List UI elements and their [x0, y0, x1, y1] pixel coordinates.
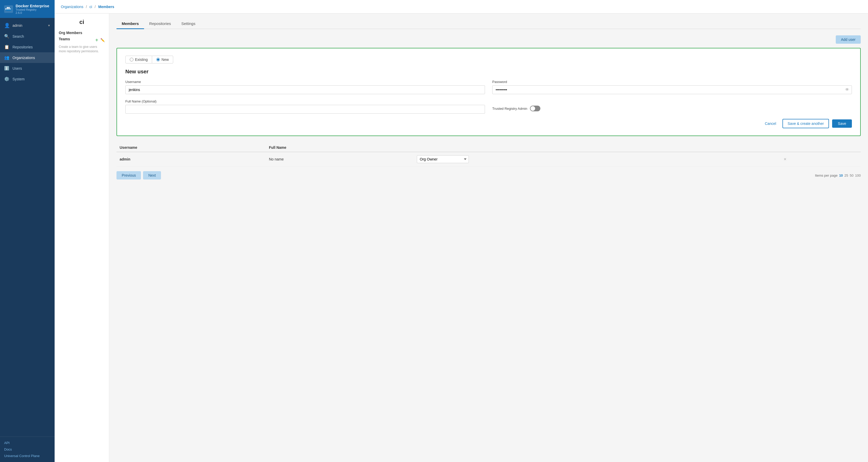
items-per-page-100[interactable]: 100 [855, 174, 861, 177]
right-panel: Members Repositories Settings Add user E… [109, 13, 868, 462]
password-label: Password [492, 80, 852, 84]
tab-repositories[interactable]: Repositories [144, 19, 176, 29]
teams-label: Teams [59, 37, 70, 41]
new-user-form: Existing New New user Username Password [117, 48, 861, 136]
svg-rect-4 [7, 7, 8, 8]
items-per-page-25[interactable]: 25 [844, 174, 848, 177]
registry-admin-group: Trusted Registry Admin [492, 99, 852, 114]
cell-remove: × [779, 152, 861, 166]
members-table: Username Full Name adminNo nameOrg Owner… [117, 143, 861, 166]
sidebar-item-label-repositories: Repositories [12, 45, 33, 49]
registry-admin-label: Trusted Registry Admin [492, 107, 527, 111]
docs-link[interactable]: Docs [4, 448, 51, 451]
organizations-icon: 👥 [4, 55, 9, 60]
org-name-heading: ci [59, 19, 105, 26]
sidebar: Docker Enterprise Trusted Registry 2.6.0… [0, 0, 55, 462]
password-input[interactable] [492, 85, 852, 94]
items-per-page-10[interactable]: 10 [839, 174, 843, 177]
table-row: adminNo nameOrg OwnerMember× [117, 152, 861, 166]
sidebar-item-search[interactable]: 🔍 Search [0, 31, 55, 42]
brand-sub1: Trusted Registry [16, 8, 49, 11]
edit-team-button[interactable]: ✏️ [100, 38, 105, 42]
members-tbody: adminNo nameOrg OwnerMember× [117, 152, 861, 166]
brand-sub2: 2.6.0 [16, 11, 49, 14]
sidebar-user-row[interactable]: 👤 admin ▼ [0, 20, 55, 31]
add-user-button[interactable]: Add user [836, 35, 861, 44]
password-eye-icon[interactable]: 👁 [845, 87, 849, 92]
breadcrumb-current: Members [98, 5, 114, 9]
form-title: New user [125, 69, 852, 75]
col-actions [779, 143, 861, 152]
teams-hint: Create a team to give users more reposit… [59, 45, 105, 54]
tab-settings[interactable]: Settings [176, 19, 200, 29]
org-members-label: Org Members [59, 31, 105, 35]
sidebar-item-label-organizations: Organizations [12, 56, 35, 60]
fullname-input[interactable] [125, 105, 485, 114]
username-input[interactable] [125, 85, 485, 94]
radio-new-label: New [161, 58, 169, 62]
breadcrumb: Organizations / ci / Members [61, 5, 114, 9]
breadcrumb-organizations[interactable]: Organizations [61, 5, 83, 9]
org-panel: ci Org Members Teams + ✏️ Create a team … [55, 13, 109, 462]
cell-fullname: No name [266, 152, 414, 166]
sidebar-item-label-search: Search [12, 34, 24, 38]
svg-rect-5 [8, 7, 10, 8]
next-button[interactable]: Next [143, 171, 161, 180]
form-row-2: Full Name (Optional) Trusted Registry Ad… [125, 99, 852, 114]
tabs: Members Repositories Settings [117, 19, 861, 29]
breadcrumb-sep1: / [86, 5, 87, 9]
breadcrumb-ci[interactable]: ci [89, 5, 92, 9]
fullname-group: Full Name (Optional) [125, 99, 485, 114]
fullname-label: Full Name (Optional) [125, 99, 485, 103]
items-per-page-label: Items per page [815, 174, 838, 177]
sidebar-nav: 👤 admin ▼ 🔍 Search 📋 Repositories 👥 Orga… [0, 18, 55, 436]
registry-admin-toggle[interactable] [530, 105, 540, 111]
brand-text: Docker Enterprise Trusted Registry 2.6.0 [16, 4, 49, 14]
radio-new[interactable]: New [152, 56, 173, 63]
add-team-button[interactable]: + [95, 37, 98, 43]
toggle-row: Trusted Registry Admin [492, 105, 852, 111]
cell-role: Org OwnerMember [414, 152, 778, 166]
header-row: Add user [117, 35, 861, 44]
role-select[interactable]: Org OwnerMember [417, 155, 469, 163]
previous-button[interactable]: Previous [117, 171, 141, 180]
content-area: ci Org Members Teams + ✏️ Create a team … [55, 13, 868, 462]
ucp-link[interactable]: Universal Control Plane [4, 454, 51, 458]
items-per-page-50[interactable]: 50 [850, 174, 854, 177]
col-username: Username [117, 143, 266, 152]
sidebar-header: Docker Enterprise Trusted Registry 2.6.0 [0, 0, 55, 18]
sidebar-item-users[interactable]: ℹ️ Users [0, 63, 55, 73]
radio-existing[interactable]: Existing [125, 56, 152, 63]
radio-existing-input[interactable] [130, 58, 133, 61]
tab-members[interactable]: Members [117, 19, 144, 29]
user-type-radio-group: Existing New [125, 56, 852, 63]
save-create-another-button[interactable]: Save & create another [782, 119, 829, 128]
repositories-icon: 📋 [4, 44, 9, 50]
sidebar-item-label-users: Users [12, 66, 22, 70]
sidebar-item-organizations[interactable]: 👥 Organizations [0, 52, 55, 63]
api-link[interactable]: API [4, 441, 51, 445]
password-group: Password 👁 [492, 80, 852, 94]
radio-new-input[interactable] [156, 58, 160, 61]
system-icon: ⚙️ [4, 76, 9, 82]
sidebar-item-system[interactable]: ⚙️ System [0, 73, 55, 84]
chevron-down-icon: ▼ [48, 24, 51, 27]
pagination-row: Previous Next Items per page 10 25 50 10… [117, 171, 861, 180]
sidebar-item-repositories[interactable]: 📋 Repositories [0, 42, 55, 52]
username-label: Username [125, 80, 485, 84]
cancel-button[interactable]: Cancel [762, 119, 779, 128]
breadcrumb-sep2: / [95, 5, 96, 9]
remove-member-button[interactable]: × [782, 157, 789, 162]
password-wrapper: 👁 [492, 85, 852, 94]
users-icon: ℹ️ [4, 66, 9, 71]
items-per-page: Items per page 10 25 50 100 [815, 174, 861, 177]
username-group: Username [125, 80, 485, 94]
sidebar-item-label-system: System [12, 77, 25, 81]
user-icon: 👤 [4, 23, 10, 28]
form-actions: Cancel Save & create another Save [125, 119, 852, 128]
save-button[interactable]: Save [832, 119, 852, 128]
form-row-1: Username Password 👁 [125, 80, 852, 94]
col-role [414, 143, 778, 152]
main-area: Organizations / ci / Members ci Org Memb… [55, 0, 868, 462]
col-fullname: Full Name [266, 143, 414, 152]
